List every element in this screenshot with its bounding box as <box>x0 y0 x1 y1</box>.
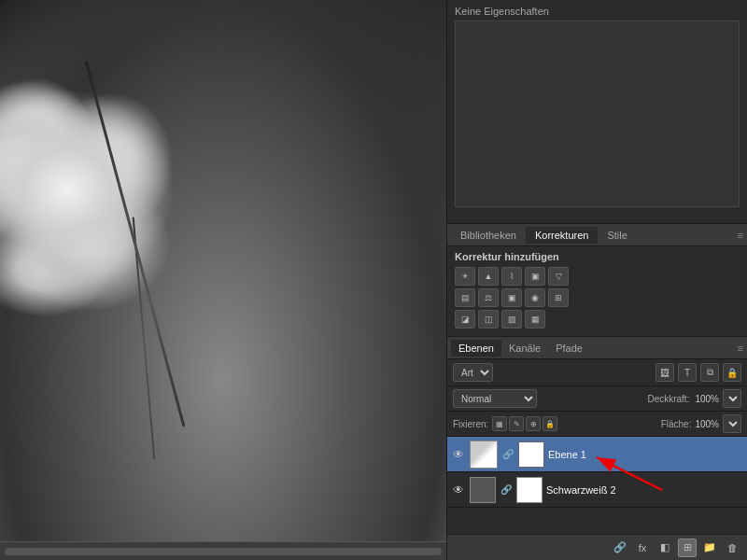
layers-type-row: Art 🖼 T ⧉ 🔒 <box>447 359 747 386</box>
properties-title: Keine Eigenschaften <box>455 6 740 17</box>
layer-mask-ebene1 <box>518 441 544 468</box>
bottom-link-icon[interactable]: 🔗 <box>611 539 629 557</box>
lock-pixels-icon[interactable]: ▦ <box>492 416 507 431</box>
layer-type-select[interactable]: Art <box>453 363 493 382</box>
adj-levels-icon[interactable]: ▲ <box>478 267 499 286</box>
layer-mask-schwarzweiss2 <box>516 477 543 503</box>
opacity-value[interactable]: 100% <box>695 394 719 404</box>
adj-curves-icon[interactable]: ⌇ <box>501 267 522 286</box>
layers-menu-button[interactable]: ≡ <box>738 343 743 354</box>
tabs-menu-button[interactable]: ≡ <box>738 230 743 241</box>
adjustments-row-2: ▤ ⚖ ▣ ◉ ⊞ <box>455 288 740 307</box>
adjustments-row-3: ◪ ◫ ▧ ▦ <box>455 310 740 329</box>
adj-threshold-icon[interactable]: ◫ <box>478 310 499 329</box>
layer-eye-schwarzweiss2[interactable]: 👁 <box>451 483 466 497</box>
lock-position-icon[interactable]: ⊕ <box>526 416 541 431</box>
layers-fixieren-row: Fixieren: ▦ ✎ ⊕ 🔒 Fläche: 100% ▾ <box>447 412 747 437</box>
tab-stile[interactable]: Stile <box>598 227 636 244</box>
adj-bw-icon[interactable]: ◉ <box>525 288 545 307</box>
blend-mode-select[interactable]: Normal <box>453 389 537 408</box>
adj-hsl-icon[interactable]: ⚖ <box>478 288 499 307</box>
bottom-adjustment-icon[interactable]: ⊞ <box>678 539 697 557</box>
fixieren-label: Fixieren: <box>453 419 488 429</box>
flaeche-value[interactable]: 100% <box>695 419 719 429</box>
adjustments-section: Korrektur hinzufügen ☀ ▲ ⌇ ▣ ▽ ▤ ⚖ ▣ ◉ ⊞… <box>447 246 747 337</box>
tab-korrekturen[interactable]: Korrekturen <box>526 227 598 244</box>
adj-vibrance-icon[interactable]: ▤ <box>455 288 475 307</box>
layer-link-ebene1: 🔗 <box>501 448 514 461</box>
properties-panel: Keine Eigenschaften <box>447 0 747 224</box>
adj-invert-icon[interactable]: ◪ <box>455 310 475 329</box>
canvas-area <box>0 0 446 560</box>
tab-pfade[interactable]: Pfade <box>548 340 590 357</box>
layer-name-schwarzweiss2: Schwarzweiß 2 <box>546 484 743 496</box>
adjustments-tabs-row: Bibliotheken Korrekturen Stile ≡ <box>447 224 747 246</box>
lock-icons-group: ▦ ✎ ⊕ 🔒 <box>492 416 557 431</box>
layer-item-schwarzweiss2[interactable]: 👁 🔗 Schwarzweiß 2 <box>447 472 747 508</box>
bottom-group-icon[interactable]: 📁 <box>700 539 719 557</box>
adj-pattern-icon[interactable]: ▦ <box>525 310 545 329</box>
canvas-bottom-bar <box>0 541 446 560</box>
layer-name-ebene1: Ebene 1 <box>548 449 743 460</box>
adj-exposure-icon[interactable]: ▣ <box>525 267 545 286</box>
layer-link-icon[interactable]: ⧉ <box>700 363 719 382</box>
layers-blendmode-row: Normal Deckkraft: 100% ▾ <box>447 386 747 412</box>
lock-paint-icon[interactable]: ✎ <box>509 416 524 431</box>
adj-brightness-icon[interactable]: ☀ <box>455 267 475 286</box>
canvas-image <box>0 0 446 541</box>
opacity-dropdown[interactable]: ▾ <box>723 389 741 408</box>
lock-all-icon[interactable]: 🔒 <box>543 416 557 431</box>
adjustments-title: Korrektur hinzufügen <box>455 251 740 262</box>
right-panel: Keine Eigenschaften Bibliotheken Korrekt… <box>446 0 747 560</box>
stem-detail <box>133 217 156 459</box>
layer-link-schwarzweiss2: 🔗 <box>500 483 513 497</box>
adj-colorbalance-icon[interactable]: ▣ <box>501 288 522 307</box>
layer-text-icon[interactable]: T <box>678 363 697 382</box>
opacity-label: Deckkraft: <box>647 394 689 404</box>
properties-content <box>455 21 740 207</box>
layers-section: Ebenen Kanäle Pfade ≡ Art 🖼 T ⧉ 🔒 Normal… <box>447 337 747 560</box>
adj-posterize-icon[interactable]: ⊞ <box>548 288 569 307</box>
tab-kanaele[interactable]: Kanäle <box>501 340 548 357</box>
layers-list: 👁 🔗 Ebene 1 👁 🔗 Schwarzweiß 2 <box>447 437 747 534</box>
layers-tabs-row: Ebenen Kanäle Pfade ≡ <box>447 337 747 359</box>
tab-ebenen[interactable]: Ebenen <box>451 340 501 357</box>
layer-thumb-ebene1 <box>470 441 498 469</box>
adjustments-row-1: ☀ ▲ ⌇ ▣ ▽ <box>455 267 740 286</box>
layer-thumbnail-icon[interactable]: 🖼 <box>655 363 674 382</box>
bottom-mask-icon[interactable]: ◧ <box>655 539 674 557</box>
layer-lock-icon[interactable]: 🔒 <box>723 363 741 382</box>
tab-bibliotheken[interactable]: Bibliotheken <box>451 227 526 244</box>
adj-selective-icon[interactable]: ▧ <box>501 310 522 329</box>
bottom-fx-icon[interactable]: fx <box>633 539 652 557</box>
flaeche-dropdown[interactable]: ▾ <box>723 414 741 433</box>
adj-gradient-icon[interactable]: ▽ <box>548 267 569 286</box>
canvas-scrollbar[interactable] <box>5 548 442 555</box>
layers-bottom-bar: 🔗 fx ◧ ⊞ 📁 🗑 <box>447 534 747 560</box>
layer-thumb-schwarzweiss2 <box>470 477 496 503</box>
flaeche-label: Fläche: <box>661 419 692 429</box>
layer-eye-ebene1[interactable]: 👁 <box>451 447 466 462</box>
bottom-delete-icon[interactable]: 🗑 <box>723 539 741 557</box>
layer-item-ebene1[interactable]: 👁 🔗 Ebene 1 <box>447 437 747 472</box>
